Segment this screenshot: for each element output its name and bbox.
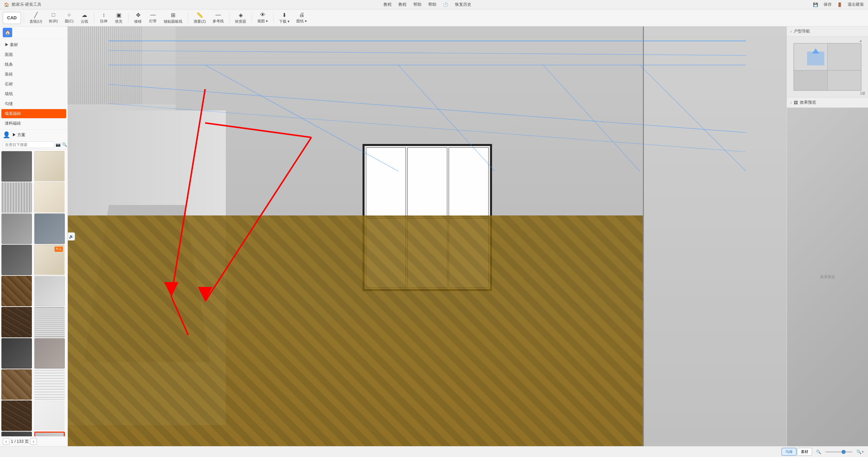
exit-button[interactable]: 退出硬装 xyxy=(848,2,864,7)
sidebar-nav-floor[interactable]: 面面 xyxy=(1,50,66,59)
strip-label: 线条 xyxy=(5,62,13,67)
sidebar-nav-strip[interactable]: 线条 xyxy=(1,60,66,69)
tool-straight-line[interactable]: ╱ 直线(U) xyxy=(27,11,45,25)
tool-light[interactable]: — 灯带 xyxy=(146,11,160,25)
search-area: 📷 🔍 xyxy=(0,140,67,150)
material-item-13[interactable] xyxy=(1,338,32,369)
tool-measure[interactable]: 📏 测量(Z) xyxy=(191,11,209,25)
tutorial-label[interactable]: 教程 xyxy=(398,2,407,7)
tool-view[interactable]: 👁 视图 ▾ xyxy=(255,11,271,25)
move-label: 移移 xyxy=(134,19,142,24)
floorplan-svg: + xyxy=(787,37,868,97)
sidebar-nav-stone[interactable]: 石材 xyxy=(1,80,66,89)
tool-reference[interactable]: — 参考线 xyxy=(210,11,226,25)
help-label[interactable]: 帮助 xyxy=(428,2,436,7)
circle-icon: ○ xyxy=(67,12,71,18)
volume-button[interactable]: 🔊 xyxy=(68,232,75,241)
zoom-slider[interactable] xyxy=(825,451,852,453)
material-item-20[interactable] xyxy=(34,432,65,436)
svg-rect-18 xyxy=(794,70,827,90)
material-item-18[interactable] xyxy=(34,400,65,431)
tool-auxiliary[interactable]: ⊞ 辅贴圆板线 xyxy=(161,11,185,25)
page-current: 1 xyxy=(11,439,13,444)
tool-print[interactable]: 🖨 图纸 ▾ xyxy=(294,11,310,25)
material-item-2[interactable] xyxy=(34,151,65,182)
search-input[interactable] xyxy=(3,141,54,148)
sidebar-nav-wall-base[interactable]: 墙底磁砖 xyxy=(1,109,66,118)
viewport[interactable]: 🔊 xyxy=(68,26,787,446)
material-item-19[interactable] xyxy=(1,432,32,436)
toolbar-separator-2 xyxy=(94,13,94,23)
material-item-16[interactable] xyxy=(34,369,65,400)
material-item-1[interactable] xyxy=(1,151,32,182)
straight-line-icon: ╱ xyxy=(34,12,38,18)
floorplan-collapse[interactable]: › xyxy=(790,29,792,34)
pull-label: 拉伸 xyxy=(100,19,107,24)
material-item-4[interactable] xyxy=(34,182,65,213)
move-icon: ✥ xyxy=(136,12,140,18)
page-next-button[interactable]: › xyxy=(30,438,37,445)
material-item-6[interactable] xyxy=(34,213,65,244)
tool-circle[interactable]: ○ 圆(C) xyxy=(62,11,76,25)
measure-label: 测量(Z) xyxy=(194,19,206,24)
floor-level: 1层 xyxy=(860,91,865,96)
effect-preview-header: › 🖼 效果预览 xyxy=(787,98,868,108)
scheme-label[interactable]: ▶ 方案 xyxy=(12,132,25,138)
floor-plan-mini[interactable]: + 1层 xyxy=(787,37,868,98)
right-panel: › 户型导航 + 1层 › 🖼 效果预览 效果预览 xyxy=(787,26,868,446)
cloud-icon: ☁ xyxy=(82,12,87,18)
reference-icon: — xyxy=(216,12,221,18)
tool-pull[interactable]: ↕ 拉伸 xyxy=(97,11,111,25)
user-icon[interactable]: 👤 xyxy=(3,131,10,139)
cad-button[interactable]: CAD xyxy=(3,12,21,24)
sidebar-nav-materials[interactable]: ▶ 素材 xyxy=(1,40,66,49)
material-item-11[interactable] xyxy=(1,307,32,337)
material-item-3[interactable] xyxy=(1,182,32,213)
home-button[interactable]: 🏠 xyxy=(3,28,12,37)
zoom-out-icon[interactable]: 🔍 xyxy=(816,450,821,454)
fill-label: 填充 xyxy=(115,19,122,24)
material-item-17[interactable] xyxy=(1,400,32,431)
help-link[interactable]: 帮助 xyxy=(413,2,421,7)
floorplan-label: 户型导航 xyxy=(794,28,810,34)
light-icon: — xyxy=(150,12,156,18)
light-label: 灯带 xyxy=(149,19,157,24)
tutorial-link[interactable]: 教程 xyxy=(383,2,392,7)
save-button[interactable]: 保存 xyxy=(824,2,832,7)
search-icon[interactable]: 🔍 xyxy=(62,142,67,147)
tool-download[interactable]: ⬇ 下载 ▾ xyxy=(276,11,292,25)
zoom-thumb[interactable] xyxy=(842,450,846,454)
material-item-14[interactable] xyxy=(34,338,65,369)
material-tag-8: 商品 xyxy=(55,247,63,252)
title-bar: 🏠 酷家乐·硬装工具 教程 教程 帮助 帮助 🕐 恢复历史 💾 保存 🚪 退出硬… xyxy=(0,0,868,9)
camera-icon[interactable]: 📷 xyxy=(56,142,61,147)
history-label[interactable]: 恢复历史 xyxy=(455,2,471,7)
tool-move[interactable]: ✥ 移移 xyxy=(131,11,145,25)
effect-collapse[interactable]: › xyxy=(790,100,792,105)
page-prev-button[interactable]: ‹ xyxy=(3,438,9,445)
sidebar-nav-wallpaper[interactable]: 墙纸 xyxy=(1,89,66,99)
sidebar-nav-brick[interactable]: 装砖 xyxy=(1,70,66,79)
tool-material[interactable]: ◈ 材质面 xyxy=(232,11,249,25)
material-item-5[interactable] xyxy=(1,213,32,244)
cloud-label: 云线 xyxy=(81,19,88,24)
tool-fill[interactable]: ▣ 填充 xyxy=(112,11,125,25)
material-item-7[interactable] xyxy=(1,245,32,275)
statusbar-right: 鸟瞰 素材 🔍 🔍+ xyxy=(782,448,864,456)
view-2d-button[interactable]: 鸟瞰 xyxy=(782,448,796,456)
auxiliary-icon: ⊞ xyxy=(171,12,175,18)
sidebar-nav-lacquer[interactable]: 漆料磁砖 xyxy=(1,119,66,128)
sidebar-nav-edge[interactable]: 勾缝 xyxy=(1,99,66,108)
tool-cloud[interactable]: ☁ 云线 xyxy=(78,11,91,25)
material-item-9[interactable] xyxy=(1,276,32,306)
statusbar: 鸟瞰 素材 🔍 🔍+ xyxy=(0,446,868,457)
exit-icon: 🚪 xyxy=(837,2,842,7)
material-item-12[interactable] xyxy=(34,307,65,337)
effect-preview-area[interactable]: 效果预览 xyxy=(787,108,868,446)
view-3d-button[interactable]: 素材 xyxy=(797,448,812,456)
material-item-8[interactable]: 商品 xyxy=(34,245,65,275)
material-item-10[interactable] xyxy=(34,276,65,306)
tool-rect[interactable]: □ 矩(R) xyxy=(46,11,60,25)
lacquer-label: 漆料磁砖 xyxy=(5,121,21,126)
material-item-15[interactable] xyxy=(1,369,32,400)
